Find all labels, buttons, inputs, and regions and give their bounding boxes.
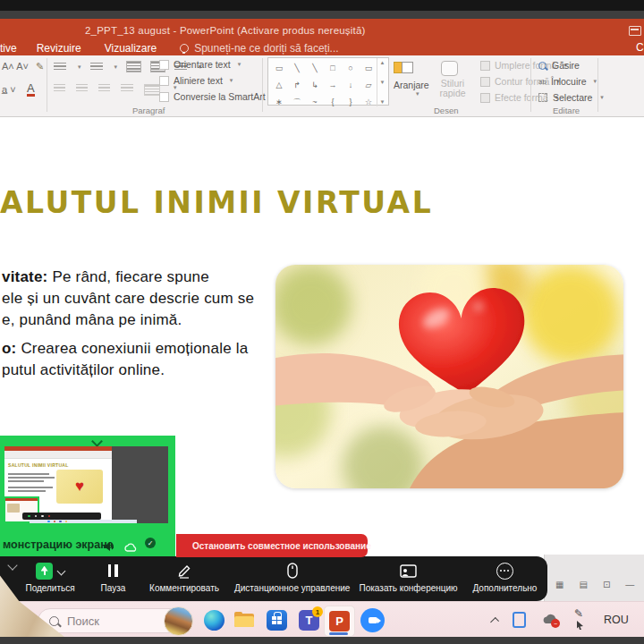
smartart-button[interactable]: Conversie la SmartArt▾ bbox=[159, 91, 275, 102]
share-options-chevron-icon[interactable] bbox=[57, 566, 66, 575]
share-screen-button[interactable]: Поделиться bbox=[13, 562, 88, 601]
mouse-icon bbox=[287, 562, 298, 580]
mini-text-line bbox=[8, 477, 55, 479]
shapes-gallery[interactable]: ▭╲╲□○▭ △↱↳→↓▱ ∗⌒~{}☆ ▲▼▼ bbox=[267, 57, 389, 106]
taskbar-store-icon[interactable] bbox=[267, 610, 288, 631]
font-color-button[interactable]: A bbox=[27, 82, 35, 97]
hands-holding-heart-image[interactable] bbox=[275, 265, 623, 488]
zoom-out-icon[interactable]: — bbox=[625, 580, 634, 589]
mini-text-line bbox=[8, 487, 53, 488]
top-gray-strip bbox=[0, 11, 644, 19]
teams-notification-badge: 1 bbox=[312, 606, 323, 617]
quick-styles-icon bbox=[441, 61, 458, 76]
stiluri-rapide-button[interactable]: Stiluri rapide bbox=[436, 61, 470, 98]
pause-share-button[interactable]: Пауза bbox=[88, 562, 139, 601]
search-input[interactable]: Поиск bbox=[38, 608, 193, 633]
font-size-buttons[interactable]: A˄ A˅ bbox=[2, 61, 29, 72]
group-separator bbox=[597, 58, 598, 112]
clear-formatting-icon[interactable]: ✎ bbox=[36, 61, 44, 72]
group-separator bbox=[262, 58, 263, 112]
gasire-button[interactable]: Găsire bbox=[538, 60, 580, 71]
show-conference-button[interactable]: Показать конференцию bbox=[354, 562, 462, 601]
snip-tool-icon[interactable] bbox=[513, 612, 526, 628]
stop-sharing-button[interactable]: Остановить совместное использование bbox=[176, 534, 368, 557]
slide-body-line[interactable]: putul activităților online. bbox=[2, 361, 165, 379]
share-security-shield-icon[interactable]: ✓ bbox=[145, 538, 156, 548]
top-black-strip bbox=[0, 0, 644, 11]
drawing-group-label: Desen bbox=[434, 106, 458, 115]
shape-ellipse-icon[interactable]: ○ bbox=[342, 61, 360, 75]
tab-revizuire[interactable]: Revizuire bbox=[37, 42, 81, 55]
slide-body-line[interactable]: e, punând mâna pe inimă. bbox=[2, 311, 182, 329]
tell-me-box[interactable]: Spuneți-ne ce doriți să faceți... bbox=[180, 42, 338, 55]
annotate-button[interactable]: Комментировать bbox=[139, 562, 230, 601]
shape-elbow-icon[interactable]: ↱ bbox=[288, 78, 306, 92]
language-indicator[interactable]: ROU bbox=[604, 614, 629, 626]
reading-view-icon[interactable]: ▤ bbox=[579, 580, 587, 589]
shape-brace-right-icon[interactable]: } bbox=[342, 95, 360, 109]
alignment-buttons[interactable]: ▾ bbox=[54, 84, 177, 96]
shape-rectangle-icon[interactable]: □ bbox=[324, 61, 342, 75]
remote-control-button[interactable]: Дистанционное управление bbox=[230, 562, 354, 601]
shape-arrow-right-icon[interactable]: → bbox=[324, 78, 342, 92]
char-spacing-button[interactable]: a̲ ˅ bbox=[2, 84, 16, 95]
shape-arc-icon[interactable]: ⌒ bbox=[288, 95, 306, 109]
taskbar-zoom-icon[interactable] bbox=[360, 608, 382, 630]
slide-body-line[interactable]: vitate: Pe rând, fiecare spune bbox=[2, 268, 209, 286]
shape-line-icon[interactable]: ╲ bbox=[288, 61, 306, 75]
slide-sorter-view-icon[interactable]: ▦ bbox=[555, 580, 564, 589]
mini-text-line bbox=[8, 473, 49, 475]
taskbar-file-explorer-icon[interactable] bbox=[234, 610, 256, 631]
shape-star-icon[interactable]: ☆ bbox=[360, 95, 377, 109]
mini-heart-image: ♥ bbox=[56, 470, 103, 504]
editing-group-label: Editare bbox=[553, 106, 580, 115]
inlocuire-button[interactable]: ab Înlocuire▾ bbox=[538, 76, 597, 87]
shape-elbow2-icon[interactable]: ↳ bbox=[306, 78, 324, 92]
smartart-icon bbox=[159, 92, 169, 102]
taskbar-edge-icon[interactable] bbox=[204, 610, 225, 631]
tell-me-lightbulb-icon bbox=[180, 44, 189, 53]
screen-share-preview[interactable]: SALUTUL INIMII VIRTUAL ♥ монстрацию экра… bbox=[0, 436, 175, 556]
ribbon-tab-row: tive Revizuire Vizualizare Spuneți-ne ce… bbox=[0, 40, 644, 55]
slide-title[interactable]: ALUTUL INIMII VIRTUAL bbox=[0, 185, 433, 220]
slide-body-line[interactable]: o: Crearea conexiunii emoționale la bbox=[2, 340, 248, 358]
shapes-scroll[interactable]: ▲▼▼ bbox=[377, 58, 387, 106]
taskbar-teams-icon[interactable]: T 1 bbox=[299, 610, 320, 631]
align-text-icon bbox=[159, 76, 169, 86]
shape-textbox-icon[interactable]: ▭ bbox=[270, 61, 288, 75]
selectare-button[interactable]: Selectare▾ bbox=[538, 92, 604, 103]
system-tray: − ✎ ROU bbox=[492, 602, 644, 638]
shape-rounded-rect-icon[interactable]: ▭ bbox=[360, 61, 377, 75]
tell-me-label: Spuneți-ne ce doriți să faceți... bbox=[194, 42, 338, 55]
shape-arrow-down-icon[interactable]: ↓ bbox=[342, 78, 360, 92]
shape-star8-icon[interactable]: ∗ bbox=[270, 95, 288, 109]
conference-window-icon bbox=[400, 562, 417, 580]
aliniere-text-button[interactable]: Aliniere text▾ bbox=[159, 75, 233, 86]
collapse-preview-chevron-icon[interactable] bbox=[91, 436, 103, 447]
tab-fragment[interactable]: tive bbox=[0, 42, 17, 55]
ribbon-display-options-icon[interactable] bbox=[629, 26, 641, 36]
share-audio-icon[interactable] bbox=[104, 539, 115, 555]
more-button[interactable]: Дополнительно bbox=[462, 562, 547, 601]
bing-daily-image[interactable] bbox=[164, 606, 193, 636]
orientare-text-button[interactable]: Orientare text▾ bbox=[159, 59, 241, 70]
shape-brace-left-icon[interactable]: { bbox=[324, 95, 342, 109]
pen-input-icon[interactable]: ✎ bbox=[574, 607, 589, 632]
tray-overflow-chevron-icon[interactable] bbox=[490, 616, 499, 625]
paragraph-group-label: Paragraf bbox=[132, 106, 165, 115]
window-title: 2_PPT_13 august - PowerPoint (Activare p… bbox=[85, 25, 366, 36]
shape-arrow-line-icon[interactable]: ╲ bbox=[306, 61, 324, 75]
mini-zoom-toolbar bbox=[22, 513, 101, 520]
slide-body-line[interactable]: ele și un cuvânt care descrie cum se bbox=[2, 290, 254, 308]
onedrive-icon[interactable]: − bbox=[541, 612, 559, 628]
slideshow-view-icon[interactable]: ⊡ bbox=[603, 580, 610, 589]
shape-parallelogram-icon[interactable]: ▱ bbox=[360, 78, 377, 92]
onedrive-error-badge: − bbox=[551, 619, 560, 628]
aranjare-button[interactable]: Aranjare ▾ bbox=[394, 61, 429, 97]
shape-curve-icon[interactable]: ~ bbox=[306, 95, 324, 109]
share-cloud-icon[interactable] bbox=[123, 540, 138, 556]
tab-vizualizare[interactable]: Vizualizare bbox=[105, 42, 157, 55]
search-placeholder: Поиск bbox=[67, 614, 99, 628]
shape-triangle-icon[interactable]: △ bbox=[270, 78, 288, 92]
powerpoint-statusbar: ▦ ▤ ⊡ — bbox=[544, 555, 644, 601]
